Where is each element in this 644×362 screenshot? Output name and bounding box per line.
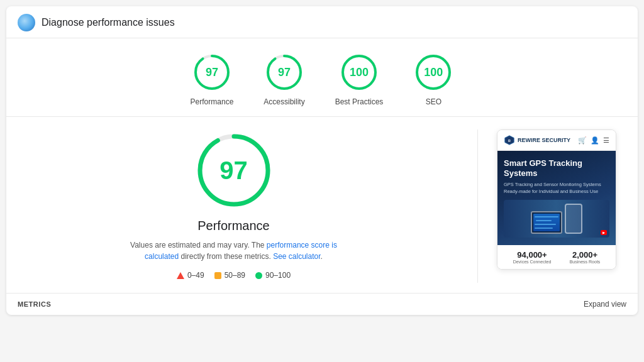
main-card: Diagnose performance issues 97 Performan…: [6, 6, 638, 315]
preview-hero-title: Smart GPS Tracking Systems: [504, 158, 609, 178]
score-num-seo: 100: [424, 66, 443, 79]
score-label-accessibility: Accessibility: [264, 97, 304, 106]
stat-business-num: 2,000+: [570, 250, 601, 260]
score-num-best-practices: 100: [350, 66, 369, 79]
score-label-best-practices: Best Practices: [335, 97, 384, 106]
preview-card: R REWIRE SECURITY 🛒 👤 ☰ Smart GPS Tracki…: [497, 129, 616, 270]
vertical-divider: [477, 129, 478, 283]
preview-hero-image: ▶: [504, 200, 609, 238]
screen-line-4: [535, 228, 553, 229]
stat-devices-label: Devices Connected: [513, 260, 552, 264]
score-label-performance: Performance: [191, 97, 234, 106]
header: Diagnose performance issues: [6, 6, 638, 38]
monitor-device: [531, 211, 562, 234]
preview-hero: Smart GPS Tracking Systems GPS Tracking …: [497, 151, 616, 245]
svg-text:R: R: [508, 139, 511, 143]
user-icon: 👤: [591, 136, 599, 145]
metrics-label: METRICS: [18, 300, 51, 308]
menu-icon: ☰: [603, 136, 609, 145]
legend-item-high: 90–100: [255, 271, 291, 280]
phone-device: [565, 204, 582, 234]
preview-logo-text: REWIRE SECURITY: [518, 137, 570, 143]
legend-icon-mid: [214, 272, 221, 279]
left-panel: 97 Performance Values are estimated and …: [21, 129, 465, 283]
score-label-seo: SEO: [426, 97, 441, 106]
preview-stat-devices: 94,000+ Devices Connected: [513, 250, 552, 264]
legend: 0–49 50–89 90–100: [177, 271, 291, 280]
screen-line-2: [536, 220, 552, 221]
description-end: .: [321, 252, 323, 261]
score-item-seo[interactable]: 100 SEO: [413, 52, 453, 106]
legend-range-mid: 50–89: [225, 271, 245, 280]
score-item-best-practices[interactable]: 100 Best Practices: [335, 52, 384, 106]
score-num-accessibility: 97: [278, 66, 291, 79]
preview-logo: R REWIRE SECURITY: [504, 134, 570, 146]
preview-nav-icons: 🛒 👤 ☰: [578, 136, 609, 145]
legend-item-mid: 50–89: [214, 271, 245, 280]
rewire-logo-icon: R: [504, 134, 515, 146]
score-item-accessibility[interactable]: 97 Accessibility: [264, 52, 304, 106]
score-circle-accessibility: 97: [264, 52, 304, 92]
stat-business-label: Business Roots: [570, 260, 601, 264]
big-score-num: 97: [219, 156, 248, 185]
score-item-performance[interactable]: 97 Performance: [191, 52, 234, 106]
calculator-link[interactable]: See calculator: [273, 252, 320, 261]
score-circle-performance: 97: [192, 52, 232, 92]
screen-line-1: [535, 216, 558, 217]
legend-range-high: 90–100: [265, 271, 291, 280]
page-title: Diagnose performance issues: [42, 17, 175, 28]
score-circle-best-practices: 100: [339, 52, 379, 92]
right-panel: R REWIRE SECURITY 🛒 👤 ☰ Smart GPS Tracki…: [491, 129, 623, 283]
description-static: Values are estimated and may vary. The: [130, 241, 267, 250]
youtube-badge: ▶: [601, 230, 607, 235]
expand-view-button[interactable]: Expand view: [584, 300, 626, 309]
description-mid: directly from these metrics.: [179, 252, 273, 261]
score-circle-seo: 100: [413, 52, 453, 92]
screen-line-3: [535, 224, 556, 225]
score-description: Values are estimated and may vary. The p…: [114, 239, 353, 262]
big-score-circle: 97: [193, 129, 275, 211]
content-area: 97 Performance Values are estimated and …: [6, 117, 638, 293]
legend-icon-low: [177, 272, 184, 279]
preview-stats: 94,000+ Devices Connected 2,000+ Busines…: [497, 245, 616, 269]
stat-devices-num: 94,000+: [513, 250, 552, 260]
big-score-label: Performance: [197, 219, 270, 233]
legend-range-low: 0–49: [187, 271, 204, 280]
bottom-bar: METRICS Expand view: [6, 293, 638, 315]
legend-item-low: 0–49: [177, 271, 204, 280]
monitor-screen: [533, 214, 560, 231]
legend-icon-high: [255, 272, 262, 279]
cart-icon: 🛒: [578, 136, 587, 145]
preview-header: R REWIRE SECURITY 🛒 👤 ☰: [497, 130, 616, 151]
device-mockup: [531, 204, 582, 234]
app-icon: [18, 14, 35, 31]
preview-stat-business: 2,000+ Business Roots: [570, 250, 601, 264]
preview-hero-sub: GPS Tracking and Sensor Monitoring Syste…: [504, 182, 609, 195]
score-num-performance: 97: [206, 66, 218, 79]
scores-bar: 97 Performance 97 Accessibility 10: [6, 38, 638, 117]
